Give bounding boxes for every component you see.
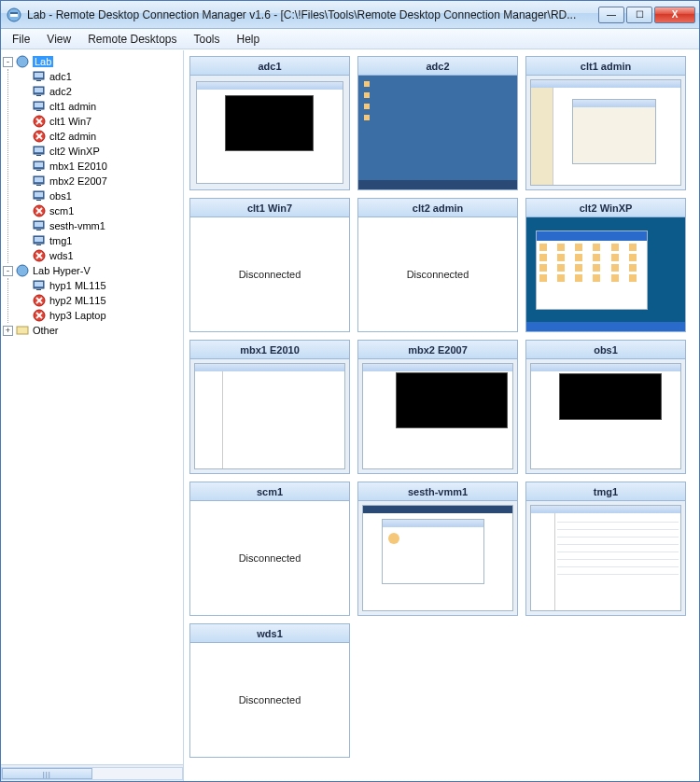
- tree-panel: - Lab adc1adc2clt1 adminclt1 Win7clt2 ad…: [1, 50, 184, 781]
- thumbnail-preview[interactable]: Disconnected: [358, 217, 517, 331]
- server-tree[interactable]: - Lab adc1adc2clt1 adminclt1 Win7clt2 ad…: [1, 50, 183, 764]
- app-icon: [7, 7, 21, 22]
- thumbnail-title[interactable]: clt2 admin: [358, 199, 517, 217]
- titlebar[interactable]: Lab - Remote Desktop Connection Manager …: [1, 1, 699, 29]
- thumbnail-preview[interactable]: [526, 217, 685, 331]
- svg-rect-37: [35, 282, 43, 286]
- thumbnail-preview[interactable]: Disconnected: [190, 501, 349, 615]
- thumbnail-area[interactable]: adc1adc2clt1 adminclt1 Win7Disconnectedc…: [184, 50, 699, 781]
- svg-rect-20: [36, 170, 41, 171]
- svg-rect-26: [36, 200, 41, 201]
- menu-view[interactable]: View: [39, 31, 78, 48]
- tree-server-item[interactable]: mbx1 E2010: [12, 159, 181, 174]
- tree-server-label: mbx2 E2007: [49, 175, 107, 187]
- server-icon: [32, 160, 47, 173]
- thumbnail-card[interactable]: mbx1 E2010: [189, 340, 350, 474]
- expander-icon[interactable]: -: [3, 57, 13, 67]
- thumbnail-title[interactable]: obs1: [526, 341, 685, 359]
- thumbnail-preview[interactable]: [190, 76, 349, 189]
- tree-server-item[interactable]: sesth-vmm1: [12, 218, 181, 233]
- tree-server-label: clt2 WinXP: [49, 146, 100, 157]
- tree-server-item[interactable]: hyp3 Laptop: [12, 308, 181, 323]
- menu-remote-desktops[interactable]: Remote Desktops: [80, 31, 184, 48]
- tree-server-item[interactable]: scm1: [12, 203, 181, 218]
- tree-server-item[interactable]: hyp1 ML115: [12, 278, 181, 293]
- tree-server-label: scm1: [49, 205, 74, 216]
- close-button[interactable]: X: [654, 7, 695, 23]
- thumbnail-preview[interactable]: [358, 76, 517, 189]
- tree-server-label: tmg1: [49, 235, 72, 246]
- server-icon: [32, 100, 47, 113]
- thumbnail-preview[interactable]: Disconnected: [190, 643, 349, 757]
- tree-server-item[interactable]: hyp2 ML115: [12, 293, 181, 308]
- svg-rect-33: [36, 244, 41, 245]
- svg-point-3: [17, 56, 28, 67]
- tree-server-item[interactable]: adc1: [12, 69, 181, 84]
- expander-icon[interactable]: -: [3, 266, 13, 276]
- thumbnail-title[interactable]: clt2 WinXP: [526, 199, 685, 217]
- thumbnail-preview[interactable]: [358, 501, 517, 615]
- thumbnail-title[interactable]: adc1: [190, 57, 349, 76]
- thumbnail-title[interactable]: adc2: [358, 57, 517, 76]
- client-area: - Lab adc1adc2clt1 adminclt1 Win7clt2 ad…: [1, 49, 699, 781]
- tree-server-item[interactable]: obs1: [12, 189, 181, 203]
- tree-horizontal-scrollbar[interactable]: |||: [1, 764, 183, 781]
- thumbnail-card[interactable]: adc1: [189, 56, 350, 190]
- tree-server-item[interactable]: wds1: [12, 248, 181, 263]
- thumbnail-card[interactable]: tmg1: [525, 482, 686, 616]
- tree-group-other[interactable]: + Other: [3, 323, 181, 338]
- window-title: Lab - Remote Desktop Connection Manager …: [27, 8, 598, 21]
- thumbnail-title[interactable]: tmg1: [526, 482, 685, 501]
- minimize-button[interactable]: —: [598, 7, 624, 23]
- thumbnail-card[interactable]: scm1Disconnected: [189, 482, 350, 616]
- server-icon: [32, 189, 47, 202]
- thumbnail-card[interactable]: mbx2 E2007: [357, 340, 518, 474]
- thumbnail-title[interactable]: mbx2 E2007: [358, 341, 517, 359]
- menu-tools[interactable]: Tools: [187, 31, 228, 48]
- disconnected-label: Disconnected: [239, 269, 301, 280]
- thumbnail-preview[interactable]: [526, 359, 685, 473]
- tree-server-item[interactable]: clt1 admin: [12, 99, 181, 114]
- tree-server-label: clt2 admin: [49, 131, 96, 142]
- thumbnail-card[interactable]: clt2 WinXP: [525, 198, 686, 332]
- disconnected-icon: [32, 249, 47, 262]
- tree-server-item[interactable]: tmg1: [12, 233, 181, 248]
- thumbnail-title[interactable]: sesth-vmm1: [358, 482, 517, 501]
- tree-server-label: hyp2 ML115: [49, 295, 106, 306]
- tree-server-item[interactable]: clt2 admin: [12, 129, 181, 144]
- tree-group-lab[interactable]: - Lab: [3, 54, 181, 69]
- svg-rect-17: [36, 155, 41, 156]
- thumbnail-preview[interactable]: Disconnected: [190, 217, 349, 331]
- thumbnail-card[interactable]: clt2 adminDisconnected: [357, 198, 518, 332]
- thumbnail-card[interactable]: wds1Disconnected: [189, 623, 350, 758]
- maximize-button[interactable]: ☐: [626, 7, 652, 23]
- tree-group-label: Lab Hyper-V: [33, 265, 91, 276]
- thumbnail-card[interactable]: adc2: [357, 56, 518, 190]
- svg-rect-2: [10, 12, 18, 14]
- thumbnail-preview[interactable]: [526, 501, 685, 615]
- thumbnail-card[interactable]: clt1 Win7Disconnected: [189, 198, 350, 332]
- thumbnail-card[interactable]: obs1: [525, 340, 686, 474]
- tree-server-item[interactable]: adc2: [12, 84, 181, 99]
- menubar: File View Remote Desktops Tools Help: [1, 29, 699, 49]
- thumbnail-card[interactable]: sesth-vmm1: [357, 482, 518, 616]
- thumbnail-title[interactable]: clt1 admin: [526, 57, 685, 76]
- thumbnail-title[interactable]: wds1: [190, 624, 349, 643]
- thumbnail-title[interactable]: mbx1 E2010: [190, 341, 349, 359]
- expander-icon[interactable]: +: [3, 326, 13, 336]
- tree-group-hyperv[interactable]: - Lab Hyper-V: [3, 263, 181, 278]
- thumbnail-title[interactable]: clt1 Win7: [190, 199, 349, 217]
- thumbnail-preview[interactable]: [358, 359, 517, 473]
- menu-file[interactable]: File: [5, 31, 37, 48]
- tree-server-item[interactable]: mbx2 E2007: [12, 174, 181, 189]
- menu-help[interactable]: Help: [230, 31, 268, 48]
- tree-group-label: Lab: [33, 56, 53, 67]
- tree-server-item[interactable]: clt2 WinXP: [12, 144, 181, 159]
- server-icon: [32, 70, 47, 83]
- thumbnail-card[interactable]: clt1 admin: [525, 56, 686, 190]
- thumbnail-title[interactable]: scm1: [190, 482, 349, 501]
- disconnected-icon: [32, 130, 47, 143]
- thumbnail-preview[interactable]: [526, 76, 685, 189]
- thumbnail-preview[interactable]: [190, 359, 349, 473]
- tree-server-item[interactable]: clt1 Win7: [12, 114, 181, 129]
